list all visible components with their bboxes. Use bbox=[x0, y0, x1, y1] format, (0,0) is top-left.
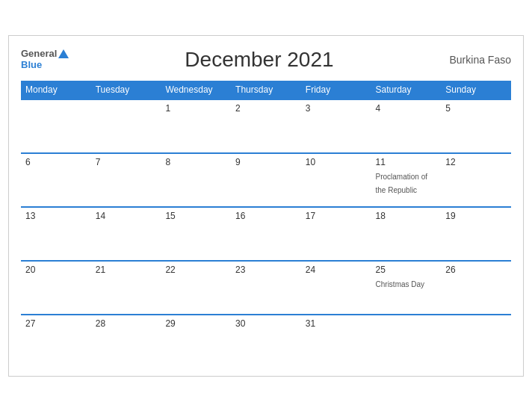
weekday-header-wednesday: Wednesday bbox=[161, 81, 231, 99]
day-cell bbox=[441, 315, 511, 368]
calendar-header: General Blue December 2021 Burkina Faso bbox=[21, 48, 511, 72]
day-cell: 28 bbox=[91, 315, 161, 368]
holiday-text: Christmas Day bbox=[376, 280, 425, 288]
day-cell: 11Proclamation of the Republic bbox=[371, 153, 442, 207]
day-number: 14 bbox=[96, 211, 157, 221]
day-cell: 8 bbox=[161, 153, 231, 207]
day-cell: 9 bbox=[231, 153, 301, 207]
week-row-4: 202122232425Christmas Day26 bbox=[21, 261, 511, 315]
day-number: 20 bbox=[25, 265, 87, 275]
weekday-header-tuesday: Tuesday bbox=[91, 81, 161, 99]
calendar-table: MondayTuesdayWednesdayThursdayFridaySatu… bbox=[21, 81, 511, 368]
day-cell: 25Christmas Day bbox=[371, 261, 442, 315]
day-number: 3 bbox=[306, 103, 367, 114]
day-cell bbox=[91, 99, 161, 153]
day-number: 1 bbox=[165, 103, 226, 114]
day-number: 7 bbox=[96, 157, 157, 167]
logo-triangle-icon bbox=[58, 49, 69, 58]
day-number: 17 bbox=[306, 211, 367, 221]
day-number: 9 bbox=[235, 157, 297, 167]
day-cell: 30 bbox=[231, 315, 301, 368]
day-cell: 15 bbox=[161, 207, 231, 261]
day-cell: 3 bbox=[301, 99, 371, 153]
day-cell: 2 bbox=[231, 99, 301, 153]
day-number: 28 bbox=[96, 318, 157, 329]
weekday-header-row: MondayTuesdayWednesdayThursdayFridaySatu… bbox=[21, 81, 511, 99]
day-cell: 22 bbox=[161, 261, 231, 315]
day-cell: 17 bbox=[301, 207, 371, 261]
day-cell: 20 bbox=[21, 261, 91, 315]
day-cell: 4 bbox=[371, 99, 442, 153]
day-number: 2 bbox=[235, 103, 297, 114]
day-cell: 18 bbox=[371, 207, 442, 261]
day-number: 27 bbox=[25, 318, 87, 329]
day-cell bbox=[21, 99, 91, 153]
day-number: 10 bbox=[306, 157, 367, 167]
day-cell: 12 bbox=[441, 153, 511, 207]
day-number: 30 bbox=[235, 318, 297, 329]
calendar-country: Burkina Faso bbox=[450, 54, 511, 66]
day-cell: 29 bbox=[161, 315, 231, 368]
day-number: 25 bbox=[376, 265, 437, 275]
day-number: 29 bbox=[165, 318, 226, 329]
day-cell: 14 bbox=[91, 207, 161, 261]
day-cell: 26 bbox=[441, 261, 511, 315]
day-number: 12 bbox=[445, 157, 507, 167]
day-number: 5 bbox=[445, 103, 507, 114]
weekday-header-thursday: Thursday bbox=[231, 81, 301, 99]
day-number: 31 bbox=[306, 318, 367, 329]
calendar-thead: MondayTuesdayWednesdayThursdayFridaySatu… bbox=[21, 81, 511, 99]
holiday-text: Proclamation of the Republic bbox=[376, 173, 427, 194]
day-cell: 13 bbox=[21, 207, 91, 261]
week-row-3: 13141516171819 bbox=[21, 207, 511, 261]
weekday-header-saturday: Saturday bbox=[371, 81, 442, 99]
logo: General Blue bbox=[21, 49, 69, 70]
calendar-tbody: 1234567891011Proclamation of the Republi… bbox=[21, 99, 511, 368]
day-number: 19 bbox=[445, 211, 507, 221]
calendar-container: General Blue December 2021 Burkina Faso … bbox=[8, 35, 524, 377]
day-number: 4 bbox=[376, 103, 437, 114]
day-number: 23 bbox=[235, 265, 297, 275]
calendar-title: December 2021 bbox=[185, 48, 333, 72]
day-cell: 6 bbox=[21, 153, 91, 207]
day-cell: 27 bbox=[21, 315, 91, 368]
day-cell: 16 bbox=[231, 207, 301, 261]
weekday-header-friday: Friday bbox=[301, 81, 371, 99]
day-number: 24 bbox=[306, 265, 367, 275]
weekday-header-sunday: Sunday bbox=[441, 81, 511, 99]
day-number: 21 bbox=[96, 265, 157, 275]
day-number: 13 bbox=[25, 211, 87, 221]
week-row-5: 2728293031 bbox=[21, 315, 511, 368]
day-cell: 24 bbox=[301, 261, 371, 315]
day-number: 26 bbox=[445, 265, 507, 275]
day-cell: 19 bbox=[441, 207, 511, 261]
day-cell: 7 bbox=[91, 153, 161, 207]
day-cell: 1 bbox=[161, 99, 231, 153]
day-cell: 10 bbox=[301, 153, 371, 207]
logo-blue-text: Blue bbox=[21, 60, 69, 70]
day-number: 6 bbox=[25, 157, 87, 167]
week-row-2: 67891011Proclamation of the Republic12 bbox=[21, 153, 511, 207]
day-number: 16 bbox=[235, 211, 297, 221]
day-number: 22 bbox=[165, 265, 226, 275]
day-cell: 31 bbox=[301, 315, 371, 368]
day-number: 8 bbox=[165, 157, 226, 167]
day-cell: 5 bbox=[441, 99, 511, 153]
day-cell bbox=[371, 315, 442, 368]
day-cell: 23 bbox=[231, 261, 301, 315]
week-row-1: 12345 bbox=[21, 99, 511, 153]
day-number: 18 bbox=[376, 211, 437, 221]
day-number: 15 bbox=[165, 211, 226, 221]
day-cell: 21 bbox=[91, 261, 161, 315]
day-number: 11 bbox=[376, 157, 437, 167]
weekday-header-monday: Monday bbox=[21, 81, 91, 99]
logo-general-text: General bbox=[21, 49, 57, 59]
